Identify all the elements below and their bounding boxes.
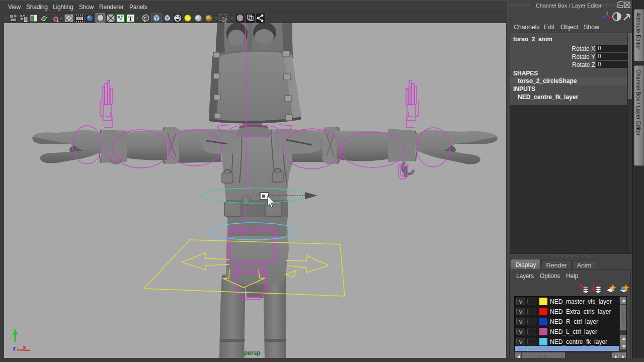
svg-text:persp: persp bbox=[244, 349, 261, 356]
svg-text:T: T bbox=[128, 15, 133, 22]
svg-text:Channel Box / Layer Editor: Channel Box / Layer Editor bbox=[536, 3, 602, 9]
svg-text:z: z bbox=[13, 344, 16, 352]
